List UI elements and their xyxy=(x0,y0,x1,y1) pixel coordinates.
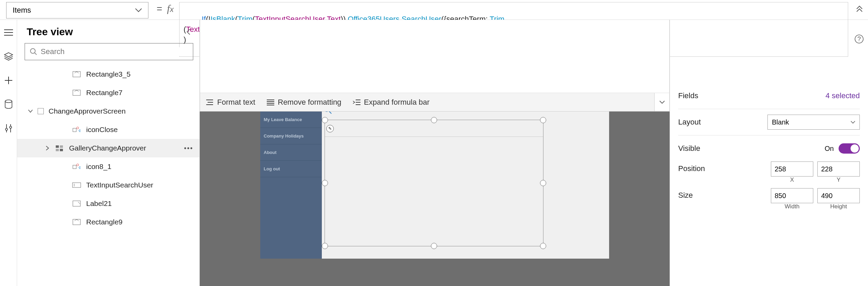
collapse-formula-icon[interactable] xyxy=(851,0,868,12)
tree-item-label: Rectangle3_5 xyxy=(86,70,131,78)
remove-formatting-button[interactable]: Remove formatting xyxy=(267,98,341,107)
resize-handle[interactable] xyxy=(322,243,328,249)
tree-item-label: Rectangle7 xyxy=(86,89,122,97)
resize-handle[interactable] xyxy=(322,117,328,123)
tree-item-label: iconClose xyxy=(86,126,118,134)
textinput-icon xyxy=(72,182,81,188)
size-width-input[interactable]: 850 xyxy=(771,188,813,203)
tree-view-title: Tree view xyxy=(27,26,73,38)
resize-handle[interactable] xyxy=(431,117,437,123)
more-options-icon[interactable]: ••• xyxy=(184,144,193,152)
tree-item-label: ChangeApproverScreen xyxy=(49,107,126,115)
chevron-down-icon[interactable] xyxy=(28,109,33,113)
property-dropdown-value: Items xyxy=(13,6,31,15)
svg-rect-20 xyxy=(73,183,81,187)
tree-item-rectangle9[interactable]: Rectangle9 xyxy=(17,213,199,231)
tree-item-label: GalleryChangeApprover xyxy=(69,144,146,152)
position-row: Position 258 228 X Y xyxy=(678,161,860,183)
position-y-input[interactable]: 228 xyxy=(817,161,860,177)
app-sidebar-item[interactable]: My Leave Balance xyxy=(260,112,322,128)
screen-checkbox[interactable] xyxy=(38,108,44,114)
expand-formula-bar-button[interactable]: Expand formula bar xyxy=(353,98,430,107)
position-x-input[interactable]: 258 xyxy=(771,161,813,177)
label-icon xyxy=(72,200,81,207)
formula-dropdown-icon[interactable] xyxy=(654,93,669,111)
tree-item-label21[interactable]: Label21 xyxy=(17,194,199,213)
formula-bar: Items = fx If(!IsBlank(Trim(TextInputSea… xyxy=(0,0,868,20)
svg-rect-16 xyxy=(56,149,59,151)
visible-toggle[interactable] xyxy=(839,143,860,154)
tree-list: Rectangle3_5 Rectangle7 ChangeApproverSc… xyxy=(17,65,199,286)
group-icon xyxy=(72,127,81,133)
height-label: Height xyxy=(817,203,860,210)
svg-line-23 xyxy=(78,202,80,204)
selected-gallery-control[interactable]: ✎ xyxy=(325,120,543,246)
property-dropdown[interactable]: Items xyxy=(6,2,148,18)
tree-item-changeapproverscreen[interactable]: ChangeApproverScreen xyxy=(17,102,199,120)
svg-rect-22 xyxy=(73,201,80,206)
svg-rect-17 xyxy=(60,149,63,151)
formula-toolbar: Format text Remove formatting Expand for… xyxy=(200,93,669,111)
format-text-icon xyxy=(206,99,214,105)
size-label: Size xyxy=(678,188,693,200)
tree-item-rectangle3-5[interactable]: Rectangle3_5 xyxy=(17,65,199,83)
formula-expanded-area[interactable]: Format text Remove formatting Expand for… xyxy=(200,20,670,112)
design-canvas[interactable]: My Leave Balance Company Holidays About … xyxy=(200,112,670,286)
fx-icon[interactable]: fx xyxy=(167,0,177,14)
fields-edit-link[interactable]: 4 selected xyxy=(826,91,860,100)
tree-item-icon8-1[interactable]: icon8_1 xyxy=(17,157,199,176)
svg-point-5 xyxy=(5,100,12,103)
tree-item-label: icon8_1 xyxy=(86,162,111,171)
width-label: Width xyxy=(771,203,813,210)
svg-rect-11 xyxy=(73,90,80,95)
resize-handle[interactable] xyxy=(431,243,437,249)
fields-row: Fields 4 selected xyxy=(678,88,860,104)
tree-item-textinputsearchuser[interactable]: TextInputSearchUser xyxy=(17,176,199,194)
svg-rect-24 xyxy=(73,219,80,225)
svg-text:?: ? xyxy=(857,36,861,42)
data-icon[interactable] xyxy=(3,99,14,109)
position-label: Position xyxy=(678,161,705,173)
tree-search-input[interactable] xyxy=(25,43,193,60)
tree-view-panel: Tree view Rectangle3_5 Rectangle7 xyxy=(17,20,200,286)
edit-icon[interactable]: ✎ xyxy=(326,125,334,132)
resize-handle[interactable] xyxy=(540,180,546,186)
rectangle-icon xyxy=(72,71,81,77)
collapse-panel-icon[interactable] xyxy=(186,28,191,36)
svg-point-13 xyxy=(77,127,79,129)
chevron-down-icon xyxy=(851,121,855,124)
resize-handle[interactable] xyxy=(540,243,546,249)
fields-label: Fields xyxy=(678,91,698,100)
app-sidebar-item[interactable]: Log out xyxy=(260,161,322,177)
svg-point-8 xyxy=(30,49,35,53)
chevron-right-icon[interactable] xyxy=(46,146,49,151)
tree-item-gallerychangeapprover[interactable]: GalleryChangeApprover ••• xyxy=(17,139,199,157)
tree-item-rectangle7[interactable]: Rectangle7 xyxy=(17,83,199,102)
app-sidebar-item[interactable]: Company Holidays xyxy=(260,128,322,144)
resize-handle[interactable] xyxy=(540,117,546,123)
format-text-button[interactable]: Format text xyxy=(206,98,255,107)
tree-item-iconclose[interactable]: iconClose xyxy=(17,120,199,139)
canvas-area: Format text Remove formatting Expand for… xyxy=(200,20,670,286)
help-icon[interactable]: ? xyxy=(854,34,864,44)
layout-value: Blank xyxy=(772,118,789,126)
group-icon xyxy=(72,164,81,170)
properties-panel: ? Fields 4 selected Layout Blank Visible… xyxy=(670,20,868,286)
insert-icon[interactable] xyxy=(3,75,14,86)
left-rail xyxy=(0,20,17,286)
app-preview: My Leave Balance Company Holidays About … xyxy=(260,112,609,259)
svg-rect-10 xyxy=(73,72,80,77)
tree-item-label: Label21 xyxy=(86,199,112,208)
rectangle-icon xyxy=(72,219,81,225)
search-icon xyxy=(30,48,37,55)
svg-point-6 xyxy=(5,128,8,130)
resize-handle[interactable] xyxy=(322,180,328,186)
tools-icon[interactable] xyxy=(3,123,14,133)
layout-dropdown[interactable]: Blank xyxy=(767,115,860,130)
app-sidebar-item[interactable]: About xyxy=(260,144,322,161)
visible-value: On xyxy=(825,145,834,153)
size-height-input[interactable]: 490 xyxy=(817,188,860,203)
hamburger-icon[interactable] xyxy=(3,27,14,38)
tree-search-field[interactable] xyxy=(41,47,188,56)
tree-view-icon[interactable] xyxy=(3,51,14,62)
